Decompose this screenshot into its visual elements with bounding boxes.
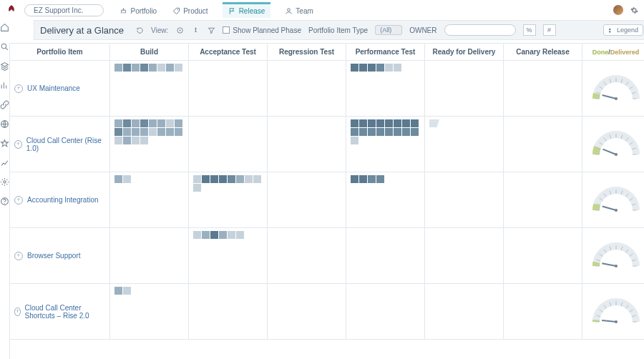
work-item-tile[interactable] — [114, 287, 122, 295]
work-item-tile[interactable] — [166, 128, 174, 136]
star-icon[interactable] — [0, 139, 9, 148]
analytics-icon[interactable] — [0, 158, 9, 167]
barchart-icon[interactable] — [0, 81, 9, 90]
work-item-tile[interactable] — [193, 175, 201, 183]
work-item-tile[interactable] — [123, 128, 131, 136]
globe-icon[interactable] — [0, 119, 9, 129]
work-item-tile[interactable] — [132, 128, 140, 136]
work-item-tile[interactable] — [175, 64, 182, 72]
work-item-tile[interactable] — [394, 64, 401, 72]
tab-release[interactable]: Release — [223, 2, 271, 18]
work-item-tile[interactable] — [351, 119, 358, 127]
expand-icon[interactable]: + — [14, 252, 23, 260]
work-item-tile[interactable] — [411, 119, 419, 127]
portfolio-item-cell[interactable]: +Cloud Call Center Shortcuts – Rise 2.0 — [10, 284, 110, 340]
hash-toggle-button[interactable]: # — [543, 24, 556, 36]
work-item-tile[interactable] — [149, 64, 157, 72]
org-selector[interactable]: EZ Support Inc. — [24, 4, 104, 16]
work-item-tile[interactable] — [385, 128, 393, 136]
pin-icon[interactable] — [191, 26, 200, 34]
work-item-tile[interactable] — [376, 64, 384, 72]
work-item-tile[interactable] — [123, 175, 131, 183]
work-item-tile[interactable] — [132, 137, 140, 144]
work-item-tile[interactable] — [175, 128, 182, 136]
owner-input[interactable] — [444, 24, 516, 36]
work-item-tile[interactable] — [140, 137, 148, 144]
expand-icon[interactable]: + — [14, 308, 21, 316]
work-item-tile[interactable] — [253, 175, 261, 183]
user-avatar[interactable] — [613, 5, 623, 15]
work-item-tile[interactable] — [114, 137, 122, 144]
expand-icon[interactable]: + — [14, 196, 23, 205]
work-item-tile[interactable] — [351, 137, 358, 144]
work-item-tile[interactable] — [402, 119, 410, 127]
tab-product[interactable]: Product — [171, 2, 209, 18]
help-icon[interactable] — [0, 197, 9, 206]
expand-icon[interactable]: + — [14, 140, 22, 149]
legend-button[interactable]: Legend — [603, 24, 643, 36]
work-item-tile[interactable] — [140, 128, 148, 136]
work-item-tile[interactable] — [385, 64, 393, 72]
work-item-tile[interactable] — [351, 64, 358, 72]
work-item-tile[interactable] — [245, 175, 253, 183]
work-item-tile[interactable] — [359, 119, 367, 127]
work-item-tile[interactable] — [351, 128, 358, 136]
work-item-tile[interactable] — [402, 128, 410, 136]
work-item-tile[interactable] — [376, 128, 384, 136]
work-item-tile[interactable] — [359, 175, 367, 183]
work-item-tile[interactable] — [368, 64, 376, 72]
portfolio-item-type-select[interactable]: (All) — [375, 25, 402, 35]
flag-tile[interactable] — [429, 119, 439, 127]
work-item-tile[interactable] — [132, 119, 140, 127]
work-item-tile[interactable] — [236, 175, 244, 183]
work-item-tile[interactable] — [368, 119, 376, 127]
work-item-tile[interactable] — [351, 175, 358, 183]
layers-icon[interactable] — [0, 62, 9, 71]
tab-team[interactable]: Team — [283, 2, 314, 18]
work-item-tile[interactable] — [385, 119, 393, 127]
work-item-tile[interactable] — [368, 128, 376, 136]
settings-icon[interactable] — [630, 6, 638, 14]
work-item-tile[interactable] — [157, 64, 165, 72]
work-item-tile[interactable] — [123, 64, 131, 72]
show-planned-checkbox[interactable]: Show Planned Phase — [223, 26, 301, 34]
work-item-tile[interactable] — [193, 231, 201, 239]
work-item-tile[interactable] — [368, 175, 376, 183]
work-item-tile[interactable] — [219, 175, 227, 183]
work-item-tile[interactable] — [210, 231, 218, 239]
work-item-tile[interactable] — [123, 287, 131, 295]
work-item-tile[interactable] — [236, 231, 244, 239]
expand-icon[interactable]: + — [14, 84, 23, 93]
work-item-tile[interactable] — [149, 128, 157, 136]
work-item-tile[interactable] — [394, 128, 401, 136]
gear-icon[interactable] — [0, 177, 9, 187]
portfolio-item-cell[interactable]: +Accounting Integration — [10, 172, 110, 228]
work-item-tile[interactable] — [193, 184, 201, 192]
work-item-tile[interactable] — [132, 64, 140, 72]
work-item-tile[interactable] — [359, 128, 367, 136]
work-item-tile[interactable] — [411, 128, 419, 136]
work-item-tile[interactable] — [157, 119, 165, 127]
work-item-tile[interactable] — [376, 175, 384, 183]
search-icon[interactable] — [0, 42, 9, 51]
portfolio-item-cell[interactable]: +Browser Support — [10, 228, 110, 284]
tab-portfolio[interactable]: Portfolio — [118, 2, 158, 18]
work-item-tile[interactable] — [228, 175, 235, 183]
work-item-tile[interactable] — [228, 231, 235, 239]
work-item-tile[interactable] — [359, 64, 367, 72]
filter-icon[interactable] — [207, 26, 215, 34]
home-icon[interactable] — [0, 23, 9, 32]
work-item-tile[interactable] — [210, 175, 218, 183]
work-item-tile[interactable] — [202, 175, 210, 183]
work-item-tile[interactable] — [123, 137, 131, 144]
work-item-tile[interactable] — [202, 231, 210, 239]
work-item-tile[interactable] — [166, 64, 174, 72]
percent-toggle-button[interactable]: % — [523, 24, 536, 36]
work-item-tile[interactable] — [394, 119, 401, 127]
portfolio-item-cell[interactable]: +Cloud Call Center (Rise 1.0) — [10, 117, 110, 172]
work-item-tile[interactable] — [166, 119, 174, 127]
work-item-tile[interactable] — [140, 64, 148, 72]
work-item-tile[interactable] — [140, 119, 148, 127]
work-item-tile[interactable] — [114, 64, 122, 72]
refresh-icon[interactable] — [135, 26, 144, 34]
